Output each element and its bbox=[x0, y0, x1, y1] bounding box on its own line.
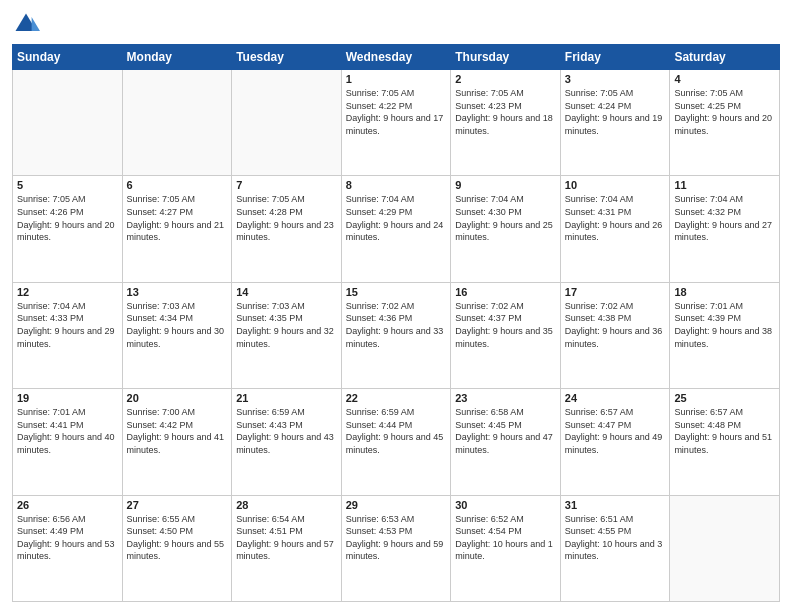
day-info: Sunrise: 6:53 AM Sunset: 4:53 PM Dayligh… bbox=[346, 513, 447, 563]
day-cell: 31Sunrise: 6:51 AM Sunset: 4:55 PM Dayli… bbox=[560, 495, 670, 601]
day-info: Sunrise: 7:04 AM Sunset: 4:31 PM Dayligh… bbox=[565, 193, 666, 243]
day-number: 4 bbox=[674, 73, 775, 85]
day-cell: 20Sunrise: 7:00 AM Sunset: 4:42 PM Dayli… bbox=[122, 389, 232, 495]
day-cell: 16Sunrise: 7:02 AM Sunset: 4:37 PM Dayli… bbox=[451, 282, 561, 388]
day-number: 25 bbox=[674, 392, 775, 404]
day-number: 30 bbox=[455, 499, 556, 511]
day-cell: 8Sunrise: 7:04 AM Sunset: 4:29 PM Daylig… bbox=[341, 176, 451, 282]
week-row-2: 5Sunrise: 7:05 AM Sunset: 4:26 PM Daylig… bbox=[13, 176, 780, 282]
day-info: Sunrise: 6:59 AM Sunset: 4:44 PM Dayligh… bbox=[346, 406, 447, 456]
day-cell: 2Sunrise: 7:05 AM Sunset: 4:23 PM Daylig… bbox=[451, 70, 561, 176]
day-number: 29 bbox=[346, 499, 447, 511]
day-info: Sunrise: 7:01 AM Sunset: 4:39 PM Dayligh… bbox=[674, 300, 775, 350]
page: SundayMondayTuesdayWednesdayThursdayFrid… bbox=[0, 0, 792, 612]
day-number: 16 bbox=[455, 286, 556, 298]
day-cell: 5Sunrise: 7:05 AM Sunset: 4:26 PM Daylig… bbox=[13, 176, 123, 282]
day-info: Sunrise: 7:02 AM Sunset: 4:38 PM Dayligh… bbox=[565, 300, 666, 350]
logo-icon bbox=[12, 10, 40, 38]
weekday-header-tuesday: Tuesday bbox=[232, 45, 342, 70]
day-number: 23 bbox=[455, 392, 556, 404]
week-row-5: 26Sunrise: 6:56 AM Sunset: 4:49 PM Dayli… bbox=[13, 495, 780, 601]
day-info: Sunrise: 7:05 AM Sunset: 4:24 PM Dayligh… bbox=[565, 87, 666, 137]
day-info: Sunrise: 6:52 AM Sunset: 4:54 PM Dayligh… bbox=[455, 513, 556, 563]
day-cell: 6Sunrise: 7:05 AM Sunset: 4:27 PM Daylig… bbox=[122, 176, 232, 282]
day-number: 7 bbox=[236, 179, 337, 191]
day-cell: 27Sunrise: 6:55 AM Sunset: 4:50 PM Dayli… bbox=[122, 495, 232, 601]
day-info: Sunrise: 7:05 AM Sunset: 4:26 PM Dayligh… bbox=[17, 193, 118, 243]
day-number: 14 bbox=[236, 286, 337, 298]
calendar-table: SundayMondayTuesdayWednesdayThursdayFrid… bbox=[12, 44, 780, 602]
week-row-4: 19Sunrise: 7:01 AM Sunset: 4:41 PM Dayli… bbox=[13, 389, 780, 495]
day-number: 17 bbox=[565, 286, 666, 298]
day-cell: 23Sunrise: 6:58 AM Sunset: 4:45 PM Dayli… bbox=[451, 389, 561, 495]
header bbox=[12, 10, 780, 38]
day-info: Sunrise: 7:04 AM Sunset: 4:30 PM Dayligh… bbox=[455, 193, 556, 243]
day-info: Sunrise: 7:04 AM Sunset: 4:32 PM Dayligh… bbox=[674, 193, 775, 243]
day-cell: 1Sunrise: 7:05 AM Sunset: 4:22 PM Daylig… bbox=[341, 70, 451, 176]
day-number: 6 bbox=[127, 179, 228, 191]
day-cell: 25Sunrise: 6:57 AM Sunset: 4:48 PM Dayli… bbox=[670, 389, 780, 495]
day-cell: 14Sunrise: 7:03 AM Sunset: 4:35 PM Dayli… bbox=[232, 282, 342, 388]
day-info: Sunrise: 7:05 AM Sunset: 4:23 PM Dayligh… bbox=[455, 87, 556, 137]
weekday-header-thursday: Thursday bbox=[451, 45, 561, 70]
week-row-1: 1Sunrise: 7:05 AM Sunset: 4:22 PM Daylig… bbox=[13, 70, 780, 176]
day-number: 21 bbox=[236, 392, 337, 404]
day-cell bbox=[122, 70, 232, 176]
day-number: 31 bbox=[565, 499, 666, 511]
day-cell: 24Sunrise: 6:57 AM Sunset: 4:47 PM Dayli… bbox=[560, 389, 670, 495]
day-cell: 29Sunrise: 6:53 AM Sunset: 4:53 PM Dayli… bbox=[341, 495, 451, 601]
day-cell: 3Sunrise: 7:05 AM Sunset: 4:24 PM Daylig… bbox=[560, 70, 670, 176]
day-cell: 7Sunrise: 7:05 AM Sunset: 4:28 PM Daylig… bbox=[232, 176, 342, 282]
day-number: 10 bbox=[565, 179, 666, 191]
day-info: Sunrise: 6:58 AM Sunset: 4:45 PM Dayligh… bbox=[455, 406, 556, 456]
day-number: 5 bbox=[17, 179, 118, 191]
weekday-header-wednesday: Wednesday bbox=[341, 45, 451, 70]
weekday-header-row: SundayMondayTuesdayWednesdayThursdayFrid… bbox=[13, 45, 780, 70]
day-number: 9 bbox=[455, 179, 556, 191]
day-cell bbox=[232, 70, 342, 176]
day-cell: 30Sunrise: 6:52 AM Sunset: 4:54 PM Dayli… bbox=[451, 495, 561, 601]
day-number: 19 bbox=[17, 392, 118, 404]
day-info: Sunrise: 7:03 AM Sunset: 4:35 PM Dayligh… bbox=[236, 300, 337, 350]
day-cell: 11Sunrise: 7:04 AM Sunset: 4:32 PM Dayli… bbox=[670, 176, 780, 282]
day-number: 27 bbox=[127, 499, 228, 511]
day-info: Sunrise: 7:01 AM Sunset: 4:41 PM Dayligh… bbox=[17, 406, 118, 456]
day-number: 2 bbox=[455, 73, 556, 85]
day-info: Sunrise: 6:57 AM Sunset: 4:48 PM Dayligh… bbox=[674, 406, 775, 456]
day-cell bbox=[13, 70, 123, 176]
day-cell: 4Sunrise: 7:05 AM Sunset: 4:25 PM Daylig… bbox=[670, 70, 780, 176]
weekday-header-sunday: Sunday bbox=[13, 45, 123, 70]
day-cell: 12Sunrise: 7:04 AM Sunset: 4:33 PM Dayli… bbox=[13, 282, 123, 388]
day-cell: 13Sunrise: 7:03 AM Sunset: 4:34 PM Dayli… bbox=[122, 282, 232, 388]
day-info: Sunrise: 7:05 AM Sunset: 4:22 PM Dayligh… bbox=[346, 87, 447, 137]
day-number: 15 bbox=[346, 286, 447, 298]
day-number: 8 bbox=[346, 179, 447, 191]
day-number: 11 bbox=[674, 179, 775, 191]
day-info: Sunrise: 6:59 AM Sunset: 4:43 PM Dayligh… bbox=[236, 406, 337, 456]
day-cell: 28Sunrise: 6:54 AM Sunset: 4:51 PM Dayli… bbox=[232, 495, 342, 601]
day-cell bbox=[670, 495, 780, 601]
day-number: 28 bbox=[236, 499, 337, 511]
day-number: 12 bbox=[17, 286, 118, 298]
day-info: Sunrise: 6:57 AM Sunset: 4:47 PM Dayligh… bbox=[565, 406, 666, 456]
day-number: 22 bbox=[346, 392, 447, 404]
day-info: Sunrise: 6:55 AM Sunset: 4:50 PM Dayligh… bbox=[127, 513, 228, 563]
day-number: 26 bbox=[17, 499, 118, 511]
day-info: Sunrise: 7:02 AM Sunset: 4:36 PM Dayligh… bbox=[346, 300, 447, 350]
day-cell: 15Sunrise: 7:02 AM Sunset: 4:36 PM Dayli… bbox=[341, 282, 451, 388]
day-info: Sunrise: 6:56 AM Sunset: 4:49 PM Dayligh… bbox=[17, 513, 118, 563]
day-number: 1 bbox=[346, 73, 447, 85]
day-cell: 26Sunrise: 6:56 AM Sunset: 4:49 PM Dayli… bbox=[13, 495, 123, 601]
day-info: Sunrise: 7:00 AM Sunset: 4:42 PM Dayligh… bbox=[127, 406, 228, 456]
day-cell: 19Sunrise: 7:01 AM Sunset: 4:41 PM Dayli… bbox=[13, 389, 123, 495]
day-cell: 18Sunrise: 7:01 AM Sunset: 4:39 PM Dayli… bbox=[670, 282, 780, 388]
weekday-header-saturday: Saturday bbox=[670, 45, 780, 70]
day-number: 3 bbox=[565, 73, 666, 85]
day-number: 13 bbox=[127, 286, 228, 298]
day-number: 20 bbox=[127, 392, 228, 404]
day-cell: 17Sunrise: 7:02 AM Sunset: 4:38 PM Dayli… bbox=[560, 282, 670, 388]
weekday-header-monday: Monday bbox=[122, 45, 232, 70]
day-info: Sunrise: 7:04 AM Sunset: 4:33 PM Dayligh… bbox=[17, 300, 118, 350]
week-row-3: 12Sunrise: 7:04 AM Sunset: 4:33 PM Dayli… bbox=[13, 282, 780, 388]
day-info: Sunrise: 7:05 AM Sunset: 4:27 PM Dayligh… bbox=[127, 193, 228, 243]
